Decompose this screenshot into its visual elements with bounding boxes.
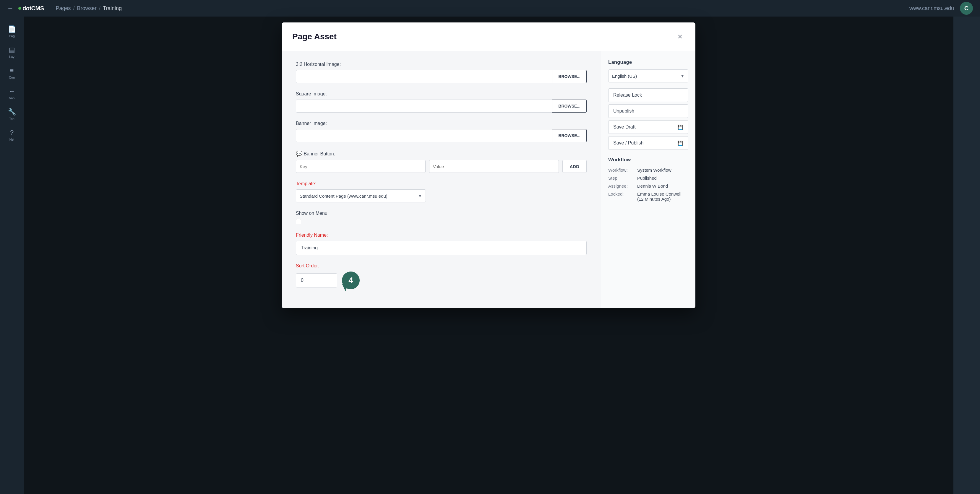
language-select[interactable]: English (US) Spanish French [612, 73, 678, 79]
actions-section: Release Lock Unpublish Save Draft 💾 Save… [608, 88, 688, 150]
show-on-menu-group: Show on Menu: [296, 211, 587, 224]
template-group: Template: Standard Content Page (www.can… [296, 181, 587, 202]
user-avatar[interactable]: C [960, 2, 973, 15]
square-image-label: Square Image: [296, 91, 587, 97]
unpublish-button[interactable]: Unpublish [608, 104, 688, 118]
sidebar-item-vanity[interactable]: ↔ Van [1, 84, 22, 103]
banner-image-label: Banner Image: [296, 121, 587, 126]
square-image-browse-button[interactable]: BROWSE... [552, 100, 587, 113]
modal-dialog: Page Asset × 3:2 Horizontal Image: BROWS… [282, 22, 695, 308]
language-section-title: Language [608, 59, 688, 65]
workflow-row-assignee: Assignee: Dennis W Bond [608, 183, 688, 189]
modal-overlay: Page Asset × 3:2 Horizontal Image: BROWS… [24, 17, 953, 494]
modal-header: Page Asset × [282, 22, 695, 51]
banner-image-group: Banner Image: BROWSE... [296, 121, 587, 142]
sidebar-item-tools[interactable]: 🔧 Too [1, 105, 22, 124]
sidebar: 📄 Pag ▤ Lay ≡ Con ↔ Van 🔧 Too ? Hel [0, 17, 24, 494]
modal-main-content: 3:2 Horizontal Image: BROWSE... Square I… [282, 51, 601, 308]
sort-order-input[interactable] [296, 273, 337, 288]
save-draft-icon: 💾 [678, 124, 683, 130]
banner-image-input[interactable] [296, 129, 552, 142]
horizontal-image-group: 3:2 Horizontal Image: BROWSE... [296, 62, 587, 83]
square-image-input[interactable] [296, 100, 552, 113]
layout-icon: ▤ [9, 46, 15, 54]
sidebar-item-pages[interactable]: 📄 Pag [1, 22, 22, 41]
show-on-menu-label: Show on Menu: [296, 211, 587, 216]
comment-icon: 💬 [296, 151, 302, 157]
banner-button-value-input[interactable] [429, 160, 559, 173]
breadcrumb: Pages / Browser / Training [56, 5, 122, 11]
banner-button-group: 💬 Banner Button: ADD [296, 150, 587, 173]
top-bar: ← dotCMS Pages / Browser / Training www.… [0, 0, 980, 17]
language-select-wrapper[interactable]: English (US) Spanish French ▼ [608, 70, 688, 83]
breadcrumb-pages[interactable]: Pages [56, 5, 71, 11]
workflow-step-value: Published [637, 175, 688, 181]
sidebar-label-vanity: Van [9, 96, 15, 100]
show-on-menu-checkbox-group [296, 219, 587, 224]
sort-order-row: 4 [296, 272, 587, 289]
banner-button-key-input[interactable] [296, 160, 426, 173]
vanity-icon: ↔ [9, 87, 15, 95]
logo: dotCMS [18, 5, 44, 12]
pages-icon: 📄 [8, 25, 16, 33]
workflow-locked-value: Emma Louise Conwell (12 Minutes Ago) [637, 191, 688, 202]
modal-sidebar: Language English (US) Spanish French ▼ R… [601, 51, 695, 308]
workflow-row-workflow: Workflow: System Workflow [608, 168, 688, 173]
workflow-system-label: System Workflow [637, 168, 688, 173]
top-bar-left: ← dotCMS Pages / Browser / Training [7, 5, 122, 12]
back-button[interactable]: ← [7, 5, 14, 12]
chevron-down-icon: ▼ [418, 194, 422, 198]
domain-label: www.canr.msu.edu [909, 5, 954, 11]
horizontal-image-input[interactable] [296, 70, 552, 83]
sidebar-label-help: Hel [10, 138, 14, 141]
horizontal-image-row: BROWSE... [296, 70, 587, 83]
workflow-key-label: Workflow: [608, 168, 635, 173]
breadcrumb-sep-2: / [99, 5, 100, 11]
top-bar-right: www.canr.msu.edu C [909, 2, 973, 15]
modal-close-button[interactable]: × [675, 31, 685, 43]
release-lock-button[interactable]: Release Lock [608, 88, 688, 102]
friendly-name-label: Friendly Name: [296, 232, 587, 238]
workflow-locked-key: Locked: [608, 191, 635, 202]
sidebar-label-content: Con [9, 76, 15, 79]
unpublish-label: Unpublish [613, 108, 634, 114]
workflow-section: Workflow Workflow: System Workflow Step:… [608, 157, 688, 202]
sidebar-item-content[interactable]: ≡ Con [1, 64, 22, 82]
friendly-name-input[interactable] [296, 241, 587, 255]
breadcrumb-browser[interactable]: Browser [77, 5, 97, 11]
show-on-menu-checkbox[interactable] [296, 219, 301, 224]
banner-button-row: ADD [296, 160, 587, 173]
workflow-section-title: Workflow [608, 157, 688, 163]
sidebar-label-tools: Too [9, 117, 14, 121]
workflow-step-key: Step: [608, 175, 635, 181]
sidebar-label-pages: Pag [9, 34, 15, 38]
sidebar-item-help[interactable]: ? Hel [1, 126, 22, 144]
tools-icon: 🔧 [8, 108, 16, 116]
step-badge: 4 [342, 272, 360, 289]
breadcrumb-current: Training [103, 5, 122, 11]
template-select-wrapper[interactable]: Standard Content Page (www.canr.msu.edu)… [296, 189, 426, 202]
banner-button-add-button[interactable]: ADD [562, 160, 587, 173]
template-label: Template: [296, 181, 587, 186]
horizontal-image-label: 3:2 Horizontal Image: [296, 62, 587, 67]
template-select[interactable]: Standard Content Page (www.canr.msu.edu) [300, 194, 415, 199]
sidebar-item-layout[interactable]: ▤ Lay [1, 43, 22, 62]
sort-order-label: Sort Order: [296, 263, 587, 268]
horizontal-image-browse-button[interactable]: BROWSE... [552, 70, 587, 83]
step-number: 4 [348, 276, 353, 285]
workflow-assignee-key: Assignee: [608, 183, 635, 189]
modal-title: Page Asset [292, 32, 337, 41]
banner-image-browse-button[interactable]: BROWSE... [552, 129, 587, 142]
modal-body: 3:2 Horizontal Image: BROWSE... Square I… [282, 51, 695, 308]
save-draft-button[interactable]: Save Draft 💾 [608, 120, 688, 134]
friendly-name-group: Friendly Name: [296, 232, 587, 255]
save-publish-button[interactable]: Save / Publish 💾 [608, 136, 688, 150]
language-section: Language English (US) Spanish French ▼ [608, 59, 688, 83]
save-publish-label: Save / Publish [613, 140, 643, 146]
workflow-row-locked: Locked: Emma Louise Conwell (12 Minutes … [608, 191, 688, 202]
logo-dot [18, 7, 21, 10]
language-chevron-down-icon: ▼ [680, 73, 684, 78]
breadcrumb-sep-1: / [73, 5, 75, 11]
workflow-row-step: Step: Published [608, 175, 688, 181]
banner-image-row: BROWSE... [296, 129, 587, 142]
